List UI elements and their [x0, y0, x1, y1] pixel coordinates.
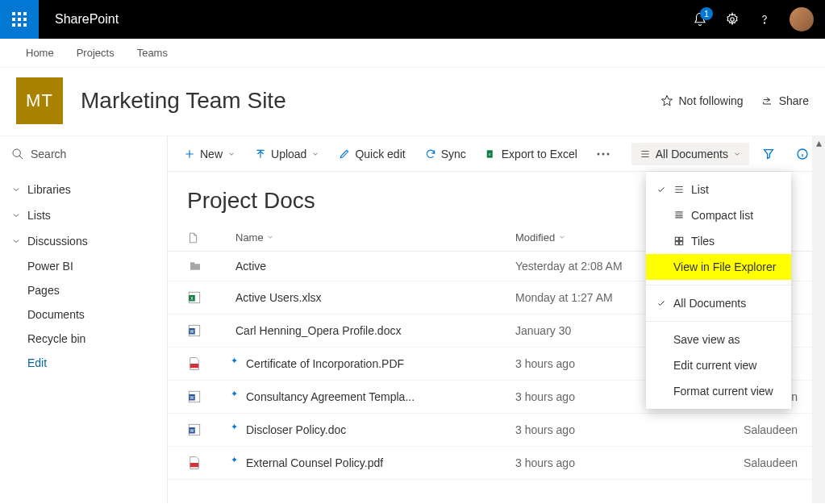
file-name: External Counsel Policy.pdf [246, 456, 383, 469]
svg-point-1 [764, 23, 765, 23]
file-type-icon [187, 455, 235, 471]
svg-point-0 [731, 18, 735, 22]
follow-button[interactable]: Not following [660, 94, 743, 107]
site-title[interactable]: Marketing Team Site [81, 88, 286, 114]
nav-projects[interactable]: Projects [77, 47, 115, 59]
help-icon [757, 12, 772, 27]
avatar[interactable] [790, 7, 814, 31]
settings-button[interactable] [725, 12, 740, 27]
svg-rect-9 [675, 237, 678, 240]
new-indicator: ✦ [231, 422, 238, 432]
file-name: Active Users.xlsx [235, 291, 322, 304]
view-dropdown: List Compact list Tiles View in File Exp… [646, 172, 791, 409]
svg-rect-12 [680, 242, 683, 245]
site-logo[interactable]: MT [16, 77, 63, 124]
table-row[interactable]: w✦Discloser Policy.doc3 hours agoSalaude… [168, 414, 825, 447]
scrollbar[interactable]: ▴ [812, 136, 825, 503]
view-option-alldocs[interactable]: All Documents [646, 290, 791, 316]
sync-icon [425, 148, 436, 160]
search-placeholder: Search [31, 148, 66, 160]
column-name[interactable]: Name [235, 231, 515, 244]
waffle-icon [12, 12, 27, 27]
compact-list-icon [673, 210, 685, 221]
chevron-down-icon [733, 150, 741, 158]
nav-libraries[interactable]: Libraries [0, 177, 167, 202]
chevron-down-icon [558, 233, 566, 241]
nav-home[interactable]: Home [26, 47, 54, 59]
svg-rect-11 [675, 242, 678, 245]
svg-point-2 [13, 149, 20, 156]
modified-date: 3 hours ago [515, 423, 669, 436]
file-type-icon: x [187, 289, 235, 306]
list-icon [673, 184, 685, 195]
nav-edit[interactable]: Edit [0, 351, 167, 375]
help-button[interactable] [757, 12, 772, 27]
column-type[interactable] [187, 231, 235, 244]
view-option-saveas[interactable]: Save view as [646, 327, 791, 352]
app-launcher[interactable] [0, 0, 39, 39]
top-nav: Home Projects Teams [0, 39, 825, 68]
chevron-down-icon [311, 150, 319, 158]
upload-button[interactable]: Upload [247, 143, 327, 165]
left-nav: Search Libraries Lists Discussions Power… [0, 136, 168, 503]
chevron-down-icon [266, 233, 274, 241]
modified-by: Salaudeen [669, 423, 806, 436]
excel-icon: x [485, 148, 497, 160]
gear-icon [725, 12, 740, 27]
check-icon [656, 185, 666, 194]
svg-text:w: w [190, 427, 194, 433]
svg-text:x: x [489, 152, 491, 156]
file-type-icon: w [187, 422, 235, 438]
notifications-button[interactable]: 1 [693, 12, 707, 27]
new-button[interactable]: New [176, 143, 244, 165]
nav-pages[interactable]: Pages [0, 278, 167, 302]
svg-rect-26 [190, 463, 199, 467]
table-row[interactable]: ✦External Counsel Policy.pdf3 hours agoS… [168, 447, 825, 480]
nav-discussions[interactable]: Discussions [0, 228, 167, 254]
view-option-format[interactable]: Format current view [646, 378, 791, 404]
view-option-list[interactable]: List [646, 177, 791, 202]
sync-button[interactable]: Sync [417, 143, 474, 165]
scroll-up-icon: ▴ [812, 136, 825, 149]
suite-title[interactable]: SharePoint [55, 12, 119, 27]
view-option-editview[interactable]: Edit current view [646, 352, 791, 378]
file-name: Active [235, 260, 266, 273]
list-icon [640, 148, 651, 160]
search-box[interactable]: Search [0, 136, 167, 172]
file-name: Certificate of Incorporation.PDF [246, 357, 404, 370]
svg-text:w: w [190, 394, 194, 400]
file-icon [187, 231, 198, 244]
quickedit-button[interactable]: Quick edit [331, 143, 413, 165]
share-button[interactable]: Share [761, 94, 809, 107]
filter-icon [762, 148, 775, 160]
svg-point-5 [597, 152, 599, 155]
content-area: New Upload Quick edit Sync x Export to E… [168, 136, 825, 503]
upload-icon [255, 148, 266, 160]
view-option-tiles[interactable]: Tiles [646, 228, 791, 254]
nav-recyclebin[interactable]: Recycle bin [0, 327, 167, 351]
search-icon [11, 148, 24, 160]
notification-badge: 1 [700, 7, 713, 20]
share-label: Share [779, 94, 809, 107]
modified-by: Salaudeen [669, 456, 806, 469]
chevron-down-icon [11, 185, 21, 194]
filter-button[interactable] [754, 143, 783, 165]
pencil-icon [339, 148, 350, 160]
check-icon [656, 298, 666, 308]
chevron-down-icon [11, 210, 21, 220]
file-type-icon: w [187, 389, 235, 405]
view-option-explorer[interactable]: View in File Explorer [646, 254, 791, 280]
export-button[interactable]: x Export to Excel [477, 143, 585, 165]
main-area: Search Libraries Lists Discussions Power… [0, 136, 825, 503]
view-option-compact[interactable]: Compact list [646, 202, 791, 228]
nav-lists[interactable]: Lists [0, 202, 167, 228]
new-indicator: ✦ [231, 389, 238, 399]
view-selector[interactable]: All Documents [631, 143, 749, 165]
file-type-icon [187, 356, 235, 372]
nav-powerbi[interactable]: Power BI [0, 254, 167, 278]
svg-text:w: w [190, 328, 194, 334]
nav-teams[interactable]: Teams [137, 47, 168, 59]
more-button[interactable] [589, 148, 618, 160]
chevron-down-icon [227, 150, 235, 158]
nav-documents[interactable]: Documents [0, 302, 167, 327]
